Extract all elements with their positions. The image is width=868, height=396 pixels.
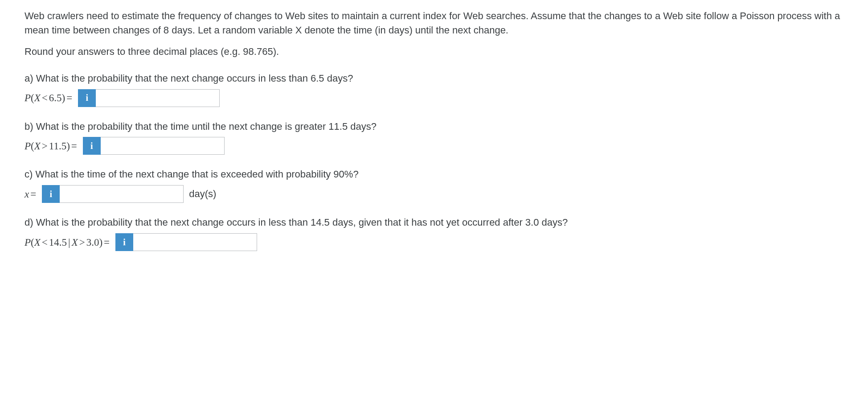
question-b-text: b) What is the probability that the time… <box>25 120 843 134</box>
part-c: c) What is the time of the next change t… <box>25 167 843 203</box>
answer-line-a: P(X<6.5)= i <box>25 89 843 107</box>
question-a-text: a) What is the probability that the next… <box>25 71 843 86</box>
unit-c: day(s) <box>184 187 216 201</box>
answer-input-c[interactable] <box>60 185 184 203</box>
part-d: d) What is the probability that the next… <box>25 215 843 251</box>
intro-paragraph-2: Round your answers to three decimal plac… <box>25 45 843 59</box>
expr-d: P(X<14.5|X>3.0)= <box>25 235 115 250</box>
expr-c: x= <box>25 187 42 202</box>
answer-line-b: P(X>11.5)= i <box>25 137 843 155</box>
answer-input-b[interactable] <box>101 137 225 155</box>
answer-input-a[interactable] <box>96 89 220 107</box>
expr-b: P(X>11.5)= <box>25 139 83 153</box>
info-icon[interactable]: i <box>78 89 96 107</box>
intro-paragraph-1: Web crawlers need to estimate the freque… <box>25 9 843 37</box>
info-icon[interactable]: i <box>83 137 101 155</box>
problem-intro: Web crawlers need to estimate the freque… <box>25 9 843 59</box>
question-d-text: d) What is the probability that the next… <box>25 215 843 230</box>
part-a: a) What is the probability that the next… <box>25 71 843 107</box>
info-icon[interactable]: i <box>115 233 133 251</box>
expr-a: P(X<6.5)= <box>25 91 78 105</box>
answer-line-d: P(X<14.5|X>3.0)= i <box>25 233 843 251</box>
question-c-text: c) What is the time of the next change t… <box>25 167 843 182</box>
info-icon[interactable]: i <box>42 185 60 203</box>
answer-line-c: x= i day(s) <box>25 185 843 203</box>
part-b: b) What is the probability that the time… <box>25 120 843 155</box>
answer-input-d[interactable] <box>133 233 257 251</box>
